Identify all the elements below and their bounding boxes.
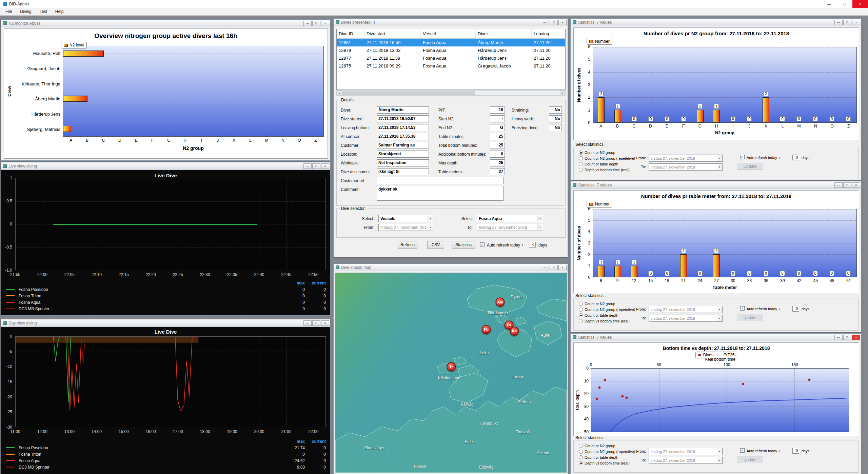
titlebar[interactable]: Statistics: 7 values —□× [571,334,861,341]
menu-help[interactable]: Help [51,8,68,16]
days-value-input[interactable]: 0 [792,306,799,312]
radio-button[interactable] [579,319,583,323]
titlebar[interactable]: Dive station map —□× [334,264,568,271]
from-date-picker[interactable]: tirsdag 27. november 2018 ▾ [378,224,433,231]
radio-option[interactable]: Depth vs bottom time (real) [579,319,635,323]
station-marker-ko[interactable]: Ko [510,327,519,336]
radio-option[interactable]: Count pr table depth [579,162,635,166]
radio-option[interactable]: Count pr N2 group [579,150,635,155]
radio-button[interactable] [579,162,583,166]
horizontal-scrollbar[interactable]: ◄ ► [336,90,566,96]
menu-file[interactable]: File [1,8,16,16]
field-value[interactable] [377,177,504,184]
close-button[interactable]: × [558,20,567,25]
table-row[interactable]: 1287527.11.2018 09.29Fosna AquaGrøgaard,… [337,62,565,70]
titlebar[interactable]: Statistics: 7 values —□× [571,181,861,189]
field-value[interactable]: Net Inspection [377,159,429,166]
main-titlebar[interactable]: DiD-Admin — □ × [0,0,868,8]
update-button[interactable]: Update [737,163,763,170]
radio-button[interactable] [579,455,583,459]
column-header[interactable]: Diver [476,29,532,38]
field-value[interactable]: No [549,124,562,131]
field-value[interactable]: No [549,115,562,122]
menu-diving[interactable]: Diving [16,8,35,16]
scroll-thumb[interactable] [342,91,475,95]
dives-table[interactable]: Dive IDDive startVesselDiverLeaving 1288… [336,29,566,90]
field-value[interactable]: 0 [490,151,505,158]
vessel-name-select[interactable]: Fosna Aqua ▾ [477,215,543,222]
scroll-left-icon[interactable]: ◄ [337,91,342,95]
radio-option[interactable]: Depth vs bottom time (real) [579,167,635,172]
close-button[interactable]: × [321,21,329,26]
close-button[interactable]: × [852,182,860,188]
table-row[interactable]: 1288127.11.2018 16.50Fosna AquaÅberg Mar… [337,39,565,46]
maximize-button[interactable]: □ [843,20,851,25]
station-marker-tr[interactable]: Tr [447,362,456,371]
radio-option[interactable]: Count pr N2 group [579,301,635,306]
auto-refresh-checkbox[interactable]: ✓ [480,242,485,247]
maximize-button[interactable]: □ [550,265,558,270]
minimize-button[interactable]: — [303,320,312,326]
maximize-button[interactable]: □ [312,21,320,26]
field-value[interactable]: 27.11.2018 17.14.53 [377,124,429,131]
radio-button[interactable] [579,156,583,160]
close-button[interactable]: × [321,163,329,169]
menu-test[interactable]: Test [36,8,51,16]
scroll-right-icon[interactable]: ► [560,91,565,95]
update-button[interactable]: Update [737,456,763,463]
field-value[interactable]: 25 [490,133,505,140]
maximize-button[interactable]: □ [550,20,558,25]
column-header[interactable]: Vessel [421,29,476,38]
close-button[interactable]: × [852,20,860,25]
to-date-picker[interactable]: tirsdag 27. november 2018▾ [649,315,723,322]
from-date-picker[interactable]: tirsdag 27. november 2018▾ [649,155,723,162]
field-value[interactable]: Storskjæret [377,151,429,158]
csv-button[interactable]: CSV [427,241,444,249]
field-value[interactable]: - [490,115,505,122]
maximize-button[interactable]: □ [312,320,320,326]
auto-refresh-checkbox[interactable]: ✓ [740,448,745,453]
field-value[interactable]: 27.11.2018 16.50.07 [377,115,429,122]
minimize-button[interactable]: — [834,182,843,188]
to-date-picker[interactable]: tirsdag 27. november 2018 ▾ [477,224,543,231]
radio-button[interactable] [579,302,583,306]
to-date-picker[interactable]: tirsdag 27. november 2018▾ [649,457,723,464]
radio-option[interactable]: Count pr table depth [579,455,635,459]
titlebar[interactable]: Live view diving —□× [1,162,330,170]
days-value-input[interactable]: 0 [529,242,536,248]
minimize-button[interactable]: — [541,265,549,270]
refresh-button[interactable]: Refresh [398,241,417,249]
field-value[interactable]: dykker ok [377,186,504,201]
close-button[interactable]: × [852,0,868,8]
field-value[interactable]: 18 [490,106,505,114]
field-value[interactable]: 25 [490,142,505,149]
days-value-input[interactable]: 0 [792,448,799,454]
days-value-input[interactable]: 0 [792,155,799,160]
radio-button[interactable] [579,151,583,155]
maximize-button[interactable]: □ [843,335,851,340]
titlebar[interactable]: Day view diving —□× [1,319,330,327]
column-header[interactable]: Dive ID [337,29,364,38]
titlebar[interactable]: Statistics: 7 values —□× [571,19,861,26]
maximize-button[interactable]: □ [312,163,320,169]
radio-button[interactable] [579,168,583,172]
radio-button[interactable] [579,308,583,312]
vessels-select[interactable]: Vessels ▾ [378,215,433,222]
field-value[interactable]: Åberg Martin [377,106,429,114]
from-date-picker[interactable]: tirsdag 27. november 2018▾ [649,306,723,313]
minimize-button[interactable]: — [821,0,837,8]
minimize-button[interactable]: — [303,163,312,169]
titlebar[interactable]: N2 monitor Abyss —□× [1,20,330,27]
radio-option[interactable]: Count pr N2 group (repetetive) [579,449,635,454]
titlebar[interactable]: Dives presented: 4 —□× [334,19,568,26]
maximize-button[interactable]: □ [837,0,852,8]
field-value[interactable]: 27.11.2018 17.35.38 [377,133,429,140]
map-canvas[interactable]: DyrnesNordsmølaAureLeiraLurøenKristiansu… [335,273,567,473]
auto-refresh-checkbox[interactable]: ✓ [740,306,745,311]
from-date-picker[interactable]: tirsdag 27. november 2018▾ [649,448,723,455]
close-button[interactable]: × [321,320,329,326]
radio-option[interactable]: Count pr N2 group (repetetive) [579,307,635,312]
field-value[interactable]: 27 [490,168,505,175]
table-row[interactable]: 1287927.11.2018 13.02Fosna AquaHårderup … [337,46,565,54]
close-button[interactable]: × [852,335,860,340]
